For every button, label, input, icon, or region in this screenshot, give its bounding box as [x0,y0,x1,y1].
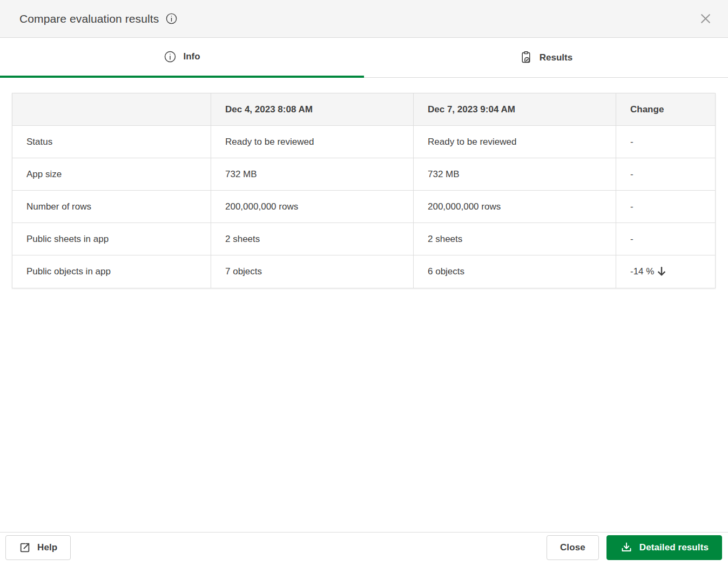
eval2-value: 732 MB [414,158,616,191]
help-button-label: Help [37,542,57,553]
info-circle-icon [165,12,178,25]
row-label: Status [12,126,211,158]
help-button[interactable]: Help [5,535,71,560]
close-button-label: Close [560,542,585,553]
eval2-value: 6 objects [414,255,616,288]
close-icon[interactable] [695,8,716,30]
eval1-value: 732 MB [211,158,414,191]
info-circle-icon [164,50,177,63]
column-header-eval1: Dec 4, 2023 8:08 AM [211,93,414,126]
change-value: -14 % [616,255,716,288]
row-label: App size [12,158,211,191]
change-value: - [616,223,716,255]
table-row: Public objects in app 7 objects 6 object… [12,255,716,288]
tab-label: Results [540,52,572,63]
tab-info[interactable]: Info [0,38,364,78]
eval1-value: 7 objects [211,255,414,288]
row-label: Public objects in app [12,255,211,288]
eval2-value: 2 sheets [414,223,616,255]
row-label: Number of rows [12,191,211,223]
table-row: Number of rows 200,000,000 rows 200,000,… [12,191,716,223]
clipboard-check-icon [520,51,533,64]
dialog-title: Compare evaluation results [19,12,159,25]
column-header-change: Change [616,93,716,126]
compare-evaluation-dialog: Compare evaluation results [0,0,728,566]
detailed-results-label: Detailed results [639,542,709,553]
change-text: -14 % [630,266,654,277]
table-row: App size 732 MB 732 MB - [12,158,716,191]
comparison-table: Dec 4, 2023 8:08 AM Dec 7, 2023 9:04 AM … [12,93,716,288]
arrow-down-icon [656,266,668,278]
eval1-value: 200,000,000 rows [211,191,414,223]
detailed-results-button[interactable]: Detailed results [606,535,722,560]
column-header-empty [12,93,211,126]
change-value: - [616,126,716,158]
change-value: - [616,191,716,223]
eval1-value: Ready to be reviewed [211,126,414,158]
table-header-row: Dec 4, 2023 8:08 AM Dec 7, 2023 9:04 AM … [12,93,716,126]
dialog-footer: Help Close Detailed results [0,532,728,566]
dialog-content: Dec 4, 2023 8:08 AM Dec 7, 2023 9:04 AM … [0,78,728,532]
change-value: - [616,158,716,191]
dialog-title-wrap: Compare evaluation results [19,12,178,25]
external-link-icon [19,542,31,554]
eval2-value: Ready to be reviewed [414,126,616,158]
tab-results[interactable]: Results [364,38,728,78]
dialog-header: Compare evaluation results [0,0,728,38]
table-row: Status Ready to be reviewed Ready to be … [12,126,716,158]
close-button[interactable]: Close [547,535,599,560]
tab-bar: Info Results [0,38,728,78]
eval2-value: 200,000,000 rows [414,191,616,223]
tab-label: Info [183,51,200,62]
column-header-eval2: Dec 7, 2023 9:04 AM [414,93,616,126]
table-row: Public sheets in app 2 sheets 2 sheets - [12,223,716,255]
download-icon [620,541,633,554]
eval1-value: 2 sheets [211,223,414,255]
row-label: Public sheets in app [12,223,211,255]
